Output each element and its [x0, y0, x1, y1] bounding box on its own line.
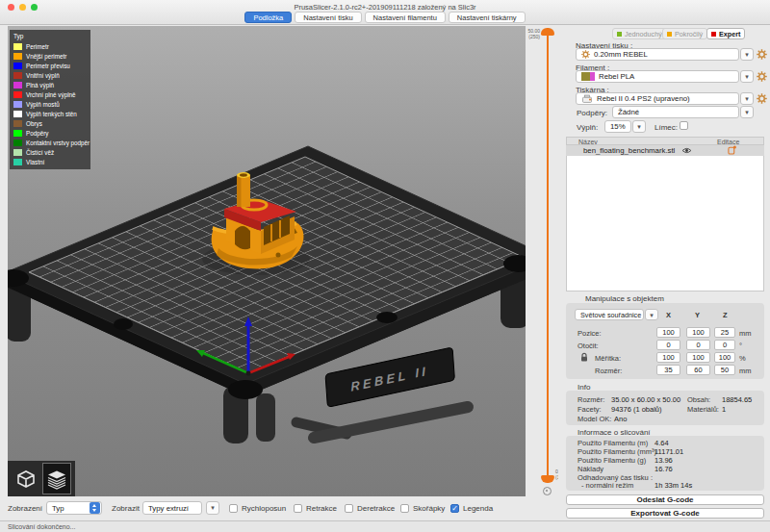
- name-column-header: Název: [578, 139, 598, 145]
- position-unit: mm: [739, 329, 752, 338]
- legend-swatch: [13, 82, 22, 89]
- legend-swatch: [13, 130, 22, 137]
- mode-expert-button[interactable]: Expert: [706, 28, 745, 39]
- sliced-row-label: Náklady: [578, 465, 603, 473]
- send-gcode-button[interactable]: Odeslat G-code: [566, 494, 764, 505]
- printer-nameplate: REBEL II: [325, 347, 454, 407]
- brim-label: Límec:: [654, 123, 678, 132]
- export-gcode-button[interactable]: Exportovat G-code: [566, 508, 764, 519]
- sliced-row-value: 13.96: [654, 456, 673, 465]
- info-materials-label: Materiálů:: [687, 405, 719, 414]
- brim-checkbox[interactable]: [680, 121, 688, 130]
- position-z-input[interactable]: 25: [714, 327, 735, 338]
- mode-simple-button[interactable]: Jednoduchý: [612, 28, 667, 39]
- info-manifold-value: Ano: [614, 415, 627, 423]
- supports-dropdown-button[interactable]: [740, 106, 754, 118]
- print-settings-gear-icon[interactable]: [757, 49, 767, 60]
- infill-dropdown-button[interactable]: [632, 120, 646, 133]
- coordinate-system-dropdown-button[interactable]: [645, 309, 658, 320]
- mode-advanced-button[interactable]: Pokročilý: [662, 28, 707, 39]
- legend-checkbox[interactable]: [450, 504, 459, 513]
- scale-label: Měřítka:: [595, 354, 621, 363]
- uniform-scale-lock-icon[interactable]: [580, 352, 588, 362]
- sliced-row-value: 4.64: [654, 439, 669, 447]
- status-text: Slicování dokončeno...: [8, 523, 75, 530]
- info-volume-label: Obsah:: [687, 395, 710, 404]
- position-y-input[interactable]: 100: [686, 327, 710, 338]
- scale-x-input[interactable]: 100: [656, 352, 680, 363]
- sliced-row-label: - normální režim: [581, 481, 633, 490]
- size-y-input[interactable]: 60: [686, 365, 710, 375]
- window-header: PrusaSlicer-2.1.0-rc2+-201909111218 zalo…: [0, 0, 770, 25]
- filament-combo[interactable]: Rebel PLA: [576, 70, 739, 83]
- sliced-row-value: 16.76: [654, 465, 673, 473]
- rotate-x-input[interactable]: 0: [656, 340, 680, 350]
- legend-label: Kontaktní vrstvy podpěr: [26, 139, 90, 146]
- show-features-label: Zobrazit: [112, 504, 140, 513]
- status-bar: Slicování dokončeno...: [0, 520, 770, 532]
- 3d-viewport[interactable]: REBEL II: [8, 26, 526, 496]
- printer-combo[interactable]: Rebel II 0.4 PS2 (upraveno): [576, 92, 739, 105]
- tab-filament-settings[interactable]: Nastavení filamentu: [365, 12, 446, 23]
- object-row[interactable]: ben_floating_benchmark.stl: [566, 145, 764, 156]
- 3d-view-button[interactable]: [12, 463, 40, 494]
- size-label: Rozměr:: [595, 367, 622, 375]
- object-list[interactable]: [566, 145, 764, 291]
- eye-icon[interactable]: [681, 147, 692, 154]
- rotate-y-input[interactable]: 0: [686, 340, 710, 350]
- object-settings-icon[interactable]: [728, 145, 736, 155]
- travel-label: Rychloposun: [242, 504, 286, 513]
- legend-swatch: [13, 101, 22, 108]
- layer-slider-upper-thumb[interactable]: [541, 28, 554, 36]
- position-x-input[interactable]: 100: [656, 327, 680, 338]
- preview-view-button[interactable]: [42, 463, 71, 494]
- printer-dropdown-button[interactable]: [740, 92, 754, 105]
- view-mode-label: Zobrazení: [8, 504, 42, 513]
- unretractions-checkbox[interactable]: [345, 504, 353, 513]
- rotate-unit: °: [739, 342, 742, 350]
- scale-z-input[interactable]: 100: [714, 352, 735, 363]
- retractions-checkbox[interactable]: [294, 504, 302, 513]
- size-z-input[interactable]: 50: [714, 365, 735, 375]
- print-settings-dropdown-button[interactable]: [740, 48, 754, 61]
- sliced-row-label: Použito Filamentu (g): [578, 456, 646, 465]
- supports-combo[interactable]: Žádné: [612, 106, 739, 118]
- show-features-combo[interactable]: Typy extruzí: [142, 501, 202, 515]
- layer-slider-track[interactable]: [547, 35, 549, 481]
- filament-dropdown-button[interactable]: [740, 70, 754, 83]
- printer-gear-icon[interactable]: [757, 93, 767, 104]
- size-x-input[interactable]: 35: [656, 365, 680, 375]
- axis-z-header: Z: [723, 311, 728, 319]
- show-features-dropdown-button[interactable]: [206, 501, 219, 515]
- scale-y-input[interactable]: 100: [686, 352, 710, 363]
- right-sidebar: Jednoduchý Pokročilý Expert Nastavení ti…: [558, 25, 770, 520]
- info-facets-value: 94376 (1 obalů): [611, 405, 662, 414]
- legend-swatch: [13, 120, 22, 127]
- legend-label: Podpěry: [26, 130, 48, 137]
- info-manifold-label: Model OK:: [578, 415, 611, 423]
- coordinate-system-combo[interactable]: Světové souřadnice: [575, 309, 644, 320]
- select-stepper-icon: [90, 502, 100, 514]
- legend-swatch: [13, 111, 22, 117]
- travel-checkbox[interactable]: [229, 504, 238, 513]
- info-size-value: 35.00 x 60.00 x 50.00: [611, 395, 680, 404]
- filament-gear-icon[interactable]: [757, 71, 767, 82]
- object-list-header: Název Editace: [566, 137, 764, 145]
- view-mode-select[interactable]: Typ: [46, 501, 102, 515]
- window-title: PrusaSlicer-2.1.0-rc2+-201909111218 zalo…: [0, 3, 770, 12]
- slider-top-count: (250): [526, 34, 540, 39]
- shells-checkbox[interactable]: [400, 504, 409, 513]
- legend-swatch: [13, 91, 22, 98]
- print-settings-combo[interactable]: 0.20mm REBEL: [576, 48, 739, 61]
- main-tabbar: Podložka Nastavení tisku Nastavení filam…: [0, 12, 770, 23]
- legend-label: Perimetr převisu: [26, 63, 70, 69]
- tab-print-settings[interactable]: Nastavení tisku: [295, 12, 361, 23]
- tab-platter[interactable]: Podložka: [244, 12, 292, 23]
- profile-gear-icon: [581, 50, 590, 59]
- layer-slider-lower-thumb[interactable]: [541, 475, 554, 483]
- tab-printer-settings[interactable]: Nastavení tiskárny: [449, 12, 526, 23]
- object-name: ben_floating_benchmark.stl: [583, 146, 675, 155]
- rotate-z-input[interactable]: 0: [714, 340, 735, 350]
- infill-combo[interactable]: 15%: [604, 120, 631, 133]
- slider-options-icon[interactable]: [543, 487, 552, 495]
